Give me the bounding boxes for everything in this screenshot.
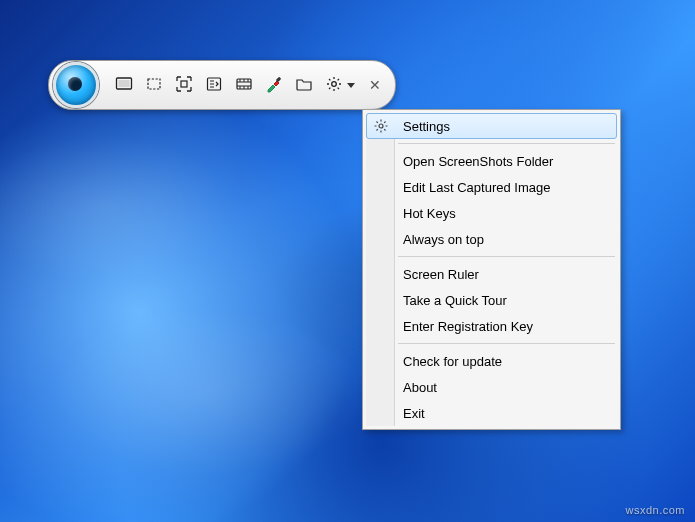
menu-item-label: Edit Last Captured Image [403,180,550,195]
menu-item-label: Hot Keys [403,206,456,221]
menu-item-label: Screen Ruler [403,267,479,282]
svg-rect-2 [148,79,160,89]
open-folder-button[interactable] [290,71,318,99]
color-picker-icon [265,75,283,96]
capture-video-button[interactable] [230,71,258,99]
capture-fullscreen-button[interactable] [110,71,138,99]
menu-item-label: Take a Quick Tour [403,293,507,308]
capture-fullscreen-icon [115,75,133,96]
settings-gear-icon [325,75,343,96]
menu-item-label: Exit [403,406,425,421]
menu-item-label: Check for update [403,354,502,369]
menu-item-hot-keys[interactable]: Hot Keys [366,200,617,226]
menu-separator [398,143,615,144]
menu-separator [398,343,615,344]
watermark-text: wsxdn.com [625,504,685,516]
settings-dropdown-menu: Settings Open ScreenShots Folder Edit La… [362,109,621,430]
menu-item-edit-last-captured-image[interactable]: Edit Last Captured Image [366,174,617,200]
capture-scrolling-button[interactable] [200,71,228,99]
capture-window-icon [175,75,193,96]
menu-item-check-for-update[interactable]: Check for update [366,348,617,374]
menu-separator [398,256,615,257]
menu-item-always-on-top[interactable]: Always on top [366,226,617,252]
menu-item-label: Enter Registration Key [403,319,533,334]
menu-item-open-screenshots-folder[interactable]: Open ScreenShots Folder [366,148,617,174]
gear-icon [372,117,390,135]
capture-region-button[interactable] [140,71,168,99]
settings-button[interactable] [320,71,348,99]
menu-item-label: Settings [403,119,450,134]
app-logo-lens[interactable] [53,62,99,108]
menu-item-label: Always on top [403,232,484,247]
settings-dropdown-arrow-icon[interactable] [347,83,355,88]
menu-item-take-a-quick-tour[interactable]: Take a Quick Tour [366,287,617,313]
svg-rect-1 [119,80,130,87]
menu-item-settings[interactable]: Settings [366,113,617,139]
toolbar-close-button[interactable]: ✕ [365,75,385,95]
menu-item-enter-registration-key[interactable]: Enter Registration Key [366,313,617,339]
capture-window-button[interactable] [170,71,198,99]
app-toolbar: ✕ [48,60,396,110]
svg-point-19 [379,124,383,128]
menu-item-screen-ruler[interactable]: Screen Ruler [366,261,617,287]
desktop-wallpaper: ✕ Settings Open ScreenShots Folder Edit … [0,0,695,522]
menu-item-about[interactable]: About [366,374,617,400]
menu-item-label: About [403,380,437,395]
svg-rect-3 [181,81,187,87]
color-picker-button[interactable] [260,71,288,99]
capture-video-icon [235,75,253,96]
menu-item-label: Open ScreenShots Folder [403,154,553,169]
capture-region-icon [145,75,163,96]
open-folder-icon [295,75,313,96]
menu-item-exit[interactable]: Exit [366,400,617,426]
svg-point-18 [332,81,337,86]
capture-scrolling-icon [205,75,223,96]
